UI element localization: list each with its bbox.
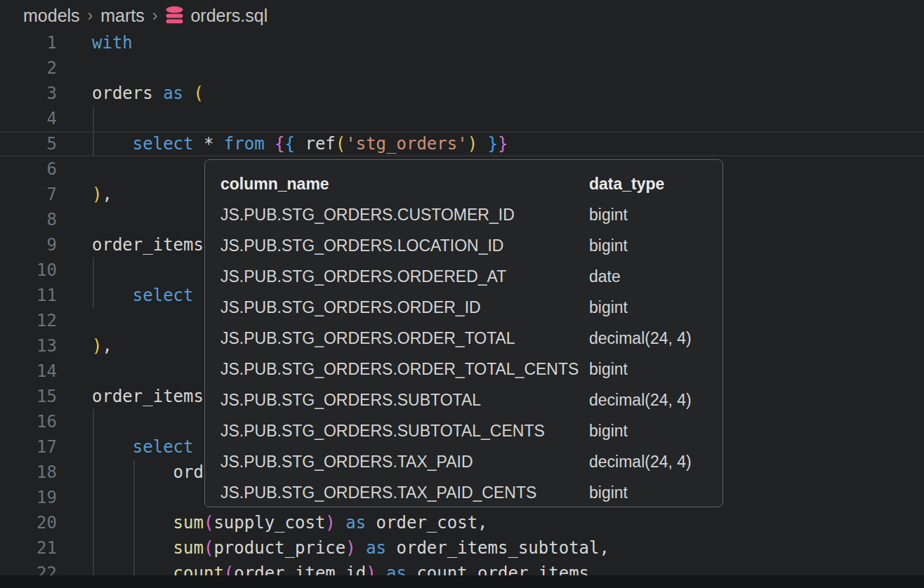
table-row: JS.PUB.STG_ORDERS.ORDER_IDbigint	[220, 292, 722, 323]
data-type-cell: decimal(24, 4)	[589, 329, 692, 348]
column-name-cell: JS.PUB.STG_ORDERS.SUBTOTAL_CENTS	[220, 422, 589, 441]
table-row: JS.PUB.STG_ORDERS.TAX_PAID_CENTSbigint	[220, 477, 722, 507]
code-text	[57, 359, 92, 384]
code-editor-window: models › marts › orders.sql 1with23order…	[0, 0, 924, 588]
data-type-cell: decimal(24, 4)	[589, 391, 692, 410]
code-text: select	[57, 283, 194, 308]
breadcrumb-item-filename[interactable]: orders.sql	[190, 6, 268, 26]
data-type-cell: bigint	[589, 298, 628, 317]
table-row: JS.PUB.STG_ORDERS.CUSTOMER_IDbigint	[220, 199, 722, 230]
code-text: with	[57, 30, 133, 55]
line-number: 11	[0, 283, 57, 308]
code-text	[57, 258, 92, 283]
line-number: 1	[0, 30, 57, 55]
column-name-cell: JS.PUB.STG_ORDERS.SUBTOTAL	[220, 391, 589, 410]
column-name-cell: JS.PUB.STG_ORDERS.TAX_PAID	[220, 453, 589, 472]
table-row: JS.PUB.STG_ORDERS.ORDERED_ATdate	[220, 261, 722, 292]
database-icon	[165, 6, 184, 29]
line-number: 10	[0, 258, 57, 283]
table-row: JS.PUB.STG_ORDERS.TAX_PAIDdecimal(24, 4)	[220, 446, 722, 477]
table-row: JS.PUB.STG_ORDERS.SUBTOTAL_CENTSbigint	[220, 415, 722, 446]
tooltip-body: JS.PUB.STG_ORDERS.CUSTOMER_IDbigintJS.PU…	[220, 199, 722, 507]
column-name-cell: JS.PUB.STG_ORDERS.ORDER_ID	[220, 298, 589, 317]
code-text	[57, 106, 92, 131]
line-number: 12	[0, 308, 57, 333]
line-number: 4	[0, 106, 57, 131]
data-type-cell: bigint	[589, 422, 628, 441]
data-type-cell: bigint	[589, 360, 628, 379]
code-text	[57, 308, 92, 333]
code-line[interactable]: 4	[0, 106, 924, 131]
table-row: JS.PUB.STG_ORDERS.ORDER_TOTALdecimal(24,…	[220, 323, 722, 354]
hover-tooltip-table: column_name data_type JS.PUB.STG_ORDERS.…	[204, 159, 723, 507]
data-type-cell: bigint	[589, 236, 628, 255]
chevron-right-icon: ›	[88, 6, 93, 25]
column-name-cell: JS.PUB.STG_ORDERS.TAX_PAID_CENTS	[220, 483, 589, 502]
line-number: 18	[0, 460, 57, 485]
data-type-cell: bigint	[589, 206, 628, 225]
line-number: 20	[0, 510, 57, 535]
line-number: 8	[0, 207, 57, 232]
code-line[interactable]: 5 select * from {{ ref('stg_orders') }}	[0, 131, 924, 156]
code-text: sum(supply_cost) as order_cost,	[57, 510, 488, 535]
breadcrumb-item-models[interactable]: models	[23, 6, 80, 26]
code-text	[57, 55, 92, 81]
line-number: 9	[0, 232, 57, 258]
column-name-cell: JS.PUB.STG_ORDERS.ORDER_TOTAL_CENTS	[220, 360, 589, 379]
line-number: 15	[0, 384, 57, 409]
table-row: JS.PUB.STG_ORDERS.ORDER_TOTAL_CENTSbigin…	[220, 354, 722, 385]
data-type-cell: bigint	[589, 483, 628, 502]
line-number: 3	[0, 81, 57, 106]
table-row: JS.PUB.STG_ORDERS.SUBTOTALdecimal(24, 4)	[220, 385, 722, 415]
code-text: select	[57, 434, 194, 460]
line-number: 5	[0, 131, 57, 156]
column-name-header: column_name	[220, 175, 589, 194]
code-text: ord	[57, 460, 204, 485]
table-row: JS.PUB.STG_ORDERS.LOCATION_IDbigint	[220, 230, 722, 261]
line-number: 13	[0, 333, 57, 359]
data-type-header: data_type	[589, 175, 664, 194]
line-number: 6	[0, 156, 57, 182]
line-number: 14	[0, 359, 57, 384]
data-type-cell: decimal(24, 4)	[589, 453, 692, 472]
line-number: 2	[0, 55, 57, 81]
chevron-right-icon: ›	[152, 6, 158, 25]
code-text: ),	[57, 182, 112, 207]
code-text	[57, 409, 92, 434]
code-text: ),	[57, 333, 112, 359]
breadcrumb-item-marts[interactable]: marts	[100, 6, 145, 26]
code-line[interactable]: 1with	[0, 30, 924, 55]
data-type-cell: date	[589, 267, 621, 286]
breadcrumb: models › marts › orders.sql	[0, 0, 924, 31]
tooltip-header-row: column_name data_type	[220, 168, 722, 199]
code-text: order_items	[57, 384, 204, 409]
code-text: orders as (	[57, 81, 204, 106]
code-text: select * from {{ ref('stg_orders') }}	[57, 131, 508, 156]
line-number: 7	[0, 182, 57, 207]
code-line[interactable]: 21 sum(product_price) as order_items_sub…	[0, 535, 924, 561]
line-number: 19	[0, 485, 57, 510]
code-text: sum(product_price) as order_items_subtot…	[57, 535, 609, 561]
column-name-cell: JS.PUB.STG_ORDERS.CUSTOMER_ID	[220, 206, 589, 225]
column-name-cell: JS.PUB.STG_ORDERS.LOCATION_ID	[220, 236, 589, 255]
column-name-cell: JS.PUB.STG_ORDERS.ORDERED_AT	[220, 267, 589, 286]
code-text	[57, 156, 92, 182]
code-text	[57, 207, 92, 232]
code-line[interactable]: 2	[0, 55, 924, 81]
editor-bottom-edge	[0, 575, 924, 588]
line-number: 16	[0, 409, 57, 434]
code-line[interactable]: 20 sum(supply_cost) as order_cost,	[0, 510, 924, 535]
code-text	[57, 485, 92, 510]
code-text: order_items	[57, 232, 204, 258]
line-number: 21	[0, 535, 57, 561]
line-number: 17	[0, 434, 57, 460]
column-name-cell: JS.PUB.STG_ORDERS.ORDER_TOTAL	[220, 329, 589, 348]
code-line[interactable]: 3orders as (	[0, 81, 924, 106]
